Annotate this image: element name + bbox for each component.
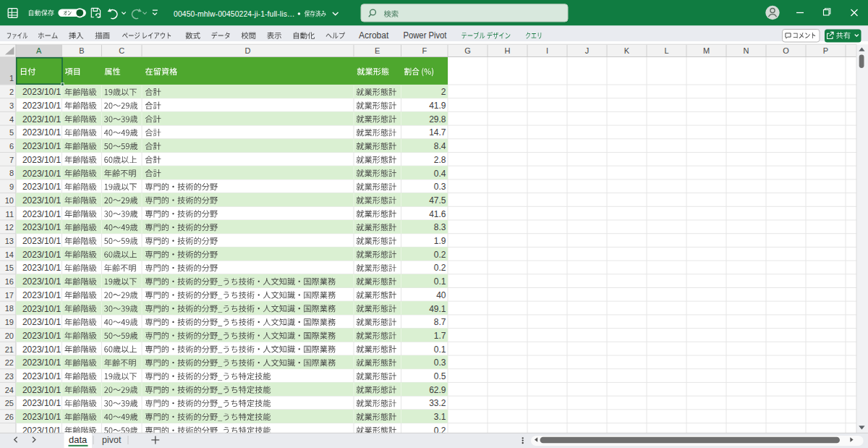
svg-text:20: 20 — [5, 331, 14, 340]
svg-text:24: 24 — [5, 386, 14, 394]
svg-text:N: N — [744, 46, 749, 55]
svg-text:2023/10/1: 2023/10/1 — [22, 345, 61, 355]
svg-text:9: 9 — [9, 182, 14, 191]
svg-text:11: 11 — [6, 210, 14, 219]
svg-text:14: 14 — [5, 250, 14, 259]
svg-text:2023/10/1: 2023/10/1 — [22, 127, 61, 138]
svg-text:E: E — [375, 46, 380, 55]
svg-text:3.1: 3.1 — [434, 412, 446, 422]
svg-text:2023/10/1: 2023/10/1 — [22, 195, 61, 206]
svg-text:B: B — [79, 46, 84, 55]
svg-text:0.4: 0.4 — [434, 169, 446, 179]
svg-text:3: 3 — [9, 101, 14, 110]
svg-text:2: 2 — [9, 88, 14, 96]
svg-text:19: 19 — [5, 318, 14, 326]
svg-text:0.2: 0.2 — [434, 250, 446, 260]
svg-text:40: 40 — [436, 290, 446, 300]
svg-text:2023/10/1: 2023/10/1 — [22, 141, 61, 151]
svg-text:2.8: 2.8 — [434, 155, 446, 165]
svg-text:47.5: 47.5 — [429, 195, 446, 206]
svg-text:0.1: 0.1 — [434, 345, 446, 355]
svg-text:1.9: 1.9 — [434, 236, 446, 246]
svg-text:2023/10/1: 2023/10/1 — [22, 114, 61, 124]
svg-text:L: L — [664, 46, 668, 55]
svg-text:00450-mhlw-00450224-ji-1-full-: 00450-mhlw-00450224-ji-1-full-lis… — [174, 10, 294, 18]
svg-text:data: data — [69, 434, 88, 445]
svg-text:1: 1 — [9, 74, 14, 83]
svg-text:2023/10/1: 2023/10/1 — [22, 155, 61, 165]
svg-text:8: 8 — [9, 169, 14, 177]
svg-text:6: 6 — [9, 142, 14, 151]
svg-text:M: M — [703, 46, 710, 55]
svg-text:P: P — [823, 46, 828, 55]
svg-text:2023/10/1: 2023/10/1 — [22, 358, 61, 368]
svg-text:2023/10/1: 2023/10/1 — [22, 276, 61, 287]
svg-text:0.2: 0.2 — [434, 263, 446, 273]
svg-text:15: 15 — [5, 263, 14, 272]
svg-text:14.7: 14.7 — [429, 127, 446, 138]
svg-text:62.9: 62.9 — [429, 385, 446, 395]
svg-text:F: F — [422, 46, 427, 55]
svg-text:49.1: 49.1 — [429, 304, 446, 314]
svg-text:D: D — [245, 46, 251, 55]
svg-text:2023/10/1: 2023/10/1 — [22, 412, 61, 422]
svg-text:2023/10/1: 2023/10/1 — [22, 182, 61, 192]
svg-text:J: J — [585, 46, 590, 55]
svg-text:H: H — [505, 46, 511, 55]
svg-text:22: 22 — [5, 358, 14, 367]
svg-text:17: 17 — [5, 291, 14, 300]
svg-text:8.3: 8.3 — [434, 222, 446, 232]
svg-text:2023/10/1: 2023/10/1 — [22, 250, 61, 260]
svg-text:2023/10/1: 2023/10/1 — [22, 317, 61, 327]
svg-text:I: I — [546, 46, 548, 55]
svg-text:A: A — [36, 46, 42, 55]
svg-text:2023/10/1: 2023/10/1 — [22, 101, 61, 111]
svg-text:1.7: 1.7 — [434, 331, 446, 341]
svg-text:2023/10/1: 2023/10/1 — [22, 371, 61, 381]
svg-text:Power Pivot: Power Pivot — [404, 30, 448, 41]
svg-text:33.2: 33.2 — [429, 398, 446, 408]
svg-text:2023/10/1: 2023/10/1 — [22, 331, 61, 341]
svg-text:Acrobat: Acrobat — [359, 30, 389, 41]
svg-text:O: O — [783, 46, 789, 55]
svg-text:2023/10/1: 2023/10/1 — [22, 290, 61, 300]
svg-text:8.4: 8.4 — [434, 141, 446, 151]
svg-text:23: 23 — [5, 372, 14, 381]
svg-text:21: 21 — [5, 345, 14, 354]
svg-text:2023/10/1: 2023/10/1 — [22, 304, 61, 314]
svg-text:10: 10 — [5, 196, 14, 205]
svg-text:18: 18 — [5, 304, 14, 313]
svg-text:13: 13 — [5, 237, 14, 245]
svg-text:41.9: 41.9 — [429, 101, 446, 111]
svg-text:7: 7 — [9, 156, 14, 164]
svg-text:pivot: pivot — [102, 435, 122, 445]
svg-text:4: 4 — [9, 115, 14, 124]
svg-text:2023/10/1: 2023/10/1 — [22, 222, 61, 232]
svg-text:26: 26 — [5, 413, 14, 421]
svg-text:2023/10/1: 2023/10/1 — [22, 87, 61, 97]
svg-text:16: 16 — [5, 277, 14, 286]
svg-text:2023/10/1: 2023/10/1 — [22, 263, 61, 273]
svg-text:5: 5 — [9, 128, 14, 137]
svg-text:25: 25 — [5, 399, 14, 407]
svg-text:2: 2 — [441, 87, 446, 97]
svg-text:41.6: 41.6 — [429, 209, 446, 219]
svg-text:29.8: 29.8 — [429, 114, 446, 124]
svg-text:8.7: 8.7 — [434, 317, 446, 327]
svg-text:2023/10/1: 2023/10/1 — [22, 385, 61, 395]
svg-text:2023/10/1: 2023/10/1 — [22, 169, 61, 179]
svg-text:0.5: 0.5 — [434, 371, 446, 381]
svg-text:0.1: 0.1 — [434, 276, 446, 287]
svg-text:C: C — [119, 46, 124, 55]
svg-text:0.3: 0.3 — [434, 182, 446, 192]
svg-text:G: G — [464, 46, 471, 55]
svg-text:12: 12 — [5, 223, 14, 232]
svg-text:2023/10/1: 2023/10/1 — [22, 398, 61, 408]
svg-text:2023/10/1: 2023/10/1 — [22, 209, 61, 219]
svg-text:0.3: 0.3 — [434, 358, 446, 368]
svg-text:K: K — [624, 46, 630, 55]
svg-text:2023/10/1: 2023/10/1 — [22, 236, 61, 246]
